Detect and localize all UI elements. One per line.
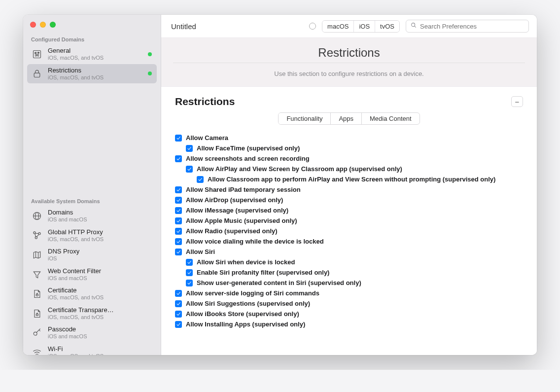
restriction-row: Show user-generated content in Siri (sup… <box>175 278 523 288</box>
sidebar-item-passcode[interactable]: PasscodeiOS and macOS <box>27 323 157 343</box>
main: Untitled macOSiOStvOS Restrictions Use t… <box>161 15 537 355</box>
restriction-label: Allow Siri Suggestions (supervised only) <box>186 300 310 307</box>
checkbox[interactable] <box>175 186 182 193</box>
sidebar-item-dns-proxy[interactable]: DNS ProxyiOS <box>27 245 157 265</box>
sidebar-item-sublabel: iOS, macOS, and tvOS <box>48 55 104 61</box>
svg-rect-7 <box>34 73 40 77</box>
svg-point-11 <box>34 232 35 234</box>
checkbox[interactable] <box>175 155 182 162</box>
checkbox[interactable] <box>175 300 182 307</box>
checkbox[interactable] <box>175 197 182 204</box>
section-tabs[interactable]: FunctionalityAppsMedia Content <box>278 112 420 125</box>
globe-icon <box>31 210 43 222</box>
checkbox[interactable] <box>197 176 204 183</box>
svg-rect-19 <box>36 294 38 296</box>
restriction-row: Allow Classroom app to perform AirPlay a… <box>175 174 523 184</box>
checkbox[interactable] <box>175 228 182 235</box>
restriction-row: Allow iMessage (supervised only) <box>175 205 523 215</box>
restriction-row: Allow AirDrop (supervised only) <box>175 195 523 205</box>
checkbox[interactable] <box>175 290 182 297</box>
sidebar-item-domains[interactable]: DomainsiOS and macOS <box>27 206 157 226</box>
sidebar-item-sublabel: iOS and macOS <box>48 333 87 340</box>
checkbox[interactable] <box>175 321 182 328</box>
hero-subtitle: Use this section to configure restrictio… <box>161 70 537 77</box>
restriction-label: Allow FaceTime (supervised only) <box>197 144 300 152</box>
restriction-label: Allow Apple Music (supervised only) <box>186 217 297 224</box>
restriction-label: Allow iBooks Store (supervised only) <box>186 310 299 318</box>
checkbox[interactable] <box>186 166 193 173</box>
sidebar-item-label: Restrictions <box>48 67 104 74</box>
lock-icon <box>31 68 43 79</box>
sidebar-item-label: Certificate <box>48 287 104 294</box>
minimize-icon[interactable] <box>40 22 46 28</box>
svg-point-5 <box>36 54 37 55</box>
platform-ios-button[interactable]: iOS <box>354 21 375 32</box>
sidebar-item-web-content-filter[interactable]: Web Content FilteriOS and macOS <box>27 265 157 285</box>
svg-point-21 <box>34 332 37 336</box>
restrictions-list: Allow CameraAllow FaceTime (supervised o… <box>175 133 523 329</box>
sidebar-item-label: Wi-Fi <box>48 346 104 353</box>
restriction-row: Allow screenshots and screen recording <box>175 153 523 164</box>
window: Configured Domains GeneraliOS, macOS, an… <box>23 15 537 355</box>
checkbox[interactable] <box>175 207 182 214</box>
tab-media-content[interactable]: Media Content <box>362 113 420 124</box>
svg-point-28 <box>412 23 415 27</box>
restriction-row: Allow FaceTime (supervised only) <box>175 143 523 153</box>
restriction-label: Allow Camera <box>186 134 228 142</box>
map-icon <box>31 249 43 261</box>
key-icon <box>31 327 43 339</box>
sidebar-item-certificate-transpare-[interactable]: Certificate Transpare…iOS, macOS, and tv… <box>27 304 157 323</box>
restriction-row: Allow Siri Suggestions (supervised only) <box>175 298 523 309</box>
search-icon <box>410 22 417 31</box>
sidebar-available-list: DomainsiOS and macOSGlobal HTTP ProxyiOS… <box>23 206 161 355</box>
doc-lock-icon <box>31 308 43 320</box>
sidebar-item-sublabel: iOS, macOS, and tvOS <box>48 314 114 321</box>
sidebar-item-general[interactable]: GeneraliOS, macOS, and tvOS <box>27 44 157 64</box>
close-icon[interactable] <box>30 22 36 28</box>
restriction-label: Allow Radio (supervised only) <box>186 227 278 235</box>
checkbox[interactable] <box>175 135 182 142</box>
sidebar-item-label: Domains <box>48 209 87 216</box>
platform-tvos-button[interactable]: tvOS <box>375 21 399 32</box>
checkbox[interactable] <box>186 269 193 276</box>
sidebar-section-configured: Configured Domains <box>23 32 161 44</box>
sidebar-item-label: Web Content Filter <box>48 268 101 275</box>
hero: Restrictions Use this section to configu… <box>161 38 537 87</box>
restriction-row: Allow Apple Music (supervised only) <box>175 215 523 226</box>
search-field[interactable] <box>406 20 529 33</box>
restriction-label: Show user-generated content in Siri (sup… <box>197 279 361 286</box>
restriction-row: Enable Siri profanity filter (supervised… <box>175 267 523 278</box>
restriction-row: Allow server-side logging of Siri comman… <box>175 288 523 298</box>
platform-macos-button[interactable]: macOS <box>322 21 354 32</box>
checkbox[interactable] <box>175 311 182 318</box>
svg-point-13 <box>35 237 37 239</box>
checkbox[interactable] <box>175 249 182 255</box>
sidebar-item-wi-fi[interactable]: Wi-FiiOS, macOS, and tvOS <box>27 343 157 355</box>
wifi-icon <box>31 347 43 355</box>
section-header: Restrictions − <box>175 96 523 107</box>
checkbox[interactable] <box>186 280 193 286</box>
checkbox[interactable] <box>175 217 182 224</box>
tab-functionality[interactable]: Functionality <box>279 113 330 124</box>
checkbox[interactable] <box>186 259 193 266</box>
tab-apps[interactable]: Apps <box>331 113 361 124</box>
zoom-icon[interactable] <box>50 22 56 28</box>
sidebar-item-sublabel: iOS, macOS, and tvOS <box>48 74 104 81</box>
platform-segmented-control[interactable]: macOSiOStvOS <box>322 20 400 33</box>
restriction-row: Allow iBooks Store (supervised only) <box>175 309 523 319</box>
sidebar-item-global-http-proxy[interactable]: Global HTTP ProxyiOS, macOS, and tvOS <box>27 226 157 246</box>
restriction-row: Allow Shared iPad temporary session <box>175 184 523 195</box>
search-input[interactable] <box>420 23 525 30</box>
checkbox[interactable] <box>186 145 193 152</box>
content: Restrictions − FunctionalityAppsMedia Co… <box>161 87 537 355</box>
restriction-row: Allow AirPlay and View Screen by Classro… <box>175 164 523 174</box>
restriction-label: Allow Siri when device is locked <box>197 258 295 266</box>
remove-section-button[interactable]: − <box>511 96 523 107</box>
restriction-row: Allow voice dialing while the device is … <box>175 236 523 247</box>
restriction-label: Enable Siri profanity filter (supervised… <box>197 269 329 276</box>
sidebar-item-certificate[interactable]: CertificateiOS, macOS, and tvOS <box>27 284 157 304</box>
restriction-label: Allow iMessage (supervised only) <box>186 207 288 214</box>
sidebar-item-restrictions[interactable]: RestrictionsiOS, macOS, and tvOS <box>27 64 157 84</box>
hero-divider <box>173 63 525 63</box>
checkbox[interactable] <box>175 238 182 245</box>
